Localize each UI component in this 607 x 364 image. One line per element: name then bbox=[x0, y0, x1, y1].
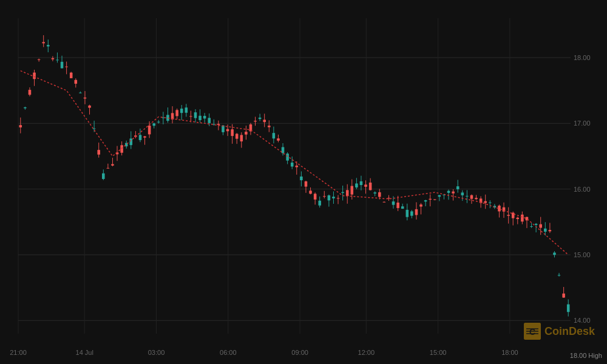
watermark: C CoinDesk bbox=[524, 323, 595, 340]
high-label: 18.00 High bbox=[570, 352, 602, 359]
watermark-logo: C bbox=[524, 323, 541, 340]
watermark-text: CoinDesk bbox=[544, 325, 595, 338]
chart-container: C CoinDesk 18.00 High bbox=[0, 0, 607, 364]
